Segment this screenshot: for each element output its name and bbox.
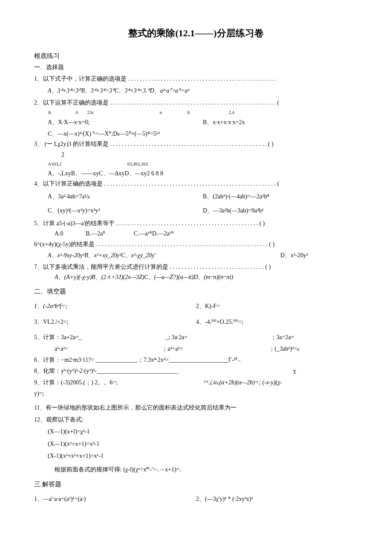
fill-1: 1、(-2α²b³f=; (34, 302, 196, 311)
fill-5-f: ；(_3ab²)²=₀ (269, 344, 358, 354)
fill-11: 11、有一块绿地的形状如右上图所示，那么它的面积表达式经化简后结果为一 (34, 403, 358, 413)
q2-sup-line: A 4 23c n 3| 2,4 (48, 109, 358, 116)
fill-9-tail: y)=; (34, 389, 358, 398)
q6-stem: 6^(x+4y)(χ-5y)的结果是 . . . . . . . . . . .… (34, 240, 358, 249)
q1-options: A、3⁴+3⁴=3⁸B、3⁴×3⁴=3⁸C、3⁴×3⁴=3.⁶D、a³·a⁷÷a… (48, 86, 358, 96)
q4-stem: 4、以下计算正确的选项是 . . . . . . . . . . . . . .… (34, 179, 358, 189)
section1-heading: 一、选择题 (34, 63, 358, 72)
q4-opt-d: D、—3a²b(—3ab)=9a³b² (203, 206, 358, 215)
fill-5-b: _; 3a·2a= (165, 333, 270, 342)
q6-option-d: D、x²-20y² (280, 251, 358, 260)
fill-5-a: 5、计算：3a+2a=_ (34, 333, 165, 342)
fill-12-b: (X—1)(x²+x+1)=x³-1 (48, 439, 358, 449)
q4-opt-b: B、(2ab³)·(—4ab)=—2a²b⁴ (203, 192, 358, 201)
q2-stem: 2、以下运算不正确的选项是 . . . . . . . . . . . . . … (34, 98, 358, 108)
q2-opt-b: B、x·x+x·x·x=2x (203, 118, 358, 127)
ans-1: 1、—a'·a·a÷(a²)¹÷(a·) (34, 494, 196, 504)
q3-options: A、-,LxyB、——xyC、—ΔxyD、—xy2 6 8 8 (48, 169, 358, 178)
q5-options: A.0 B.—2a⁸ C.—a¹⁶D.—2a¹⁶ (55, 229, 358, 238)
section3-heading: 三.解答题 (34, 479, 358, 489)
ans-2: 2、(—3χ'y)³ * (·2xy³z)² (196, 494, 358, 504)
page-title: 整式的乘除(12.1——)分层练习卷 (34, 26, 358, 41)
q3-stem: 3、 (一 Lχ2y)3 的计算结果是 . . . . . . . . . . … (34, 139, 358, 149)
fill-5-e: ；a³÷a²= (161, 344, 268, 354)
fill-12-head: 12、观察以下各式: (34, 415, 358, 424)
q7-options: A、(A+y)(-χ-y)B、(2∧+3J)(2x—3Z)C、(—a—Z?)(a… (55, 273, 358, 282)
fill-3: 3、VL2./+2=; (34, 317, 196, 327)
q1-stem: 1、以下式子中，计算正确的选项是 . . . . . . . . . . . .… (34, 74, 358, 84)
fill-12-rule: 根据前面各式的规律可得: (χ-l)(χⁿ÷xᴹ-'÷·.→x+1)=. (55, 465, 358, 474)
q6-options-abc: A、x²-9xy-20y²B、x²+xy_20y²C、x²-χy_20y' (48, 251, 280, 260)
q4-opt-c: C、(xy)³(—x²y)=x³y³ (48, 206, 203, 215)
fill-6: 6、计算：−m2·m3·11?= ______________；7.3x⁴·2x… (34, 355, 358, 365)
q3-sup-line: Λ163,1 63,J63,163 (48, 160, 358, 168)
fill-12-a: (X—1)(x+l)=χ²-1 (48, 427, 358, 436)
section2-heading: 二、填空题 (34, 286, 358, 296)
fill-5-d: a³·a²= (55, 344, 161, 354)
fill-8-right: y (293, 366, 358, 376)
fill-9-right: ²ˣ⊥io,(α+2b)(α—2b)=; (-x-y)(χ- (204, 378, 358, 387)
q3-frac: 2 (61, 150, 358, 160)
fill-2: 2、K)-F= (196, 302, 358, 311)
q5-stem: 5、计算 a5·(-a)3—a'的结果等于 . . . . . . . . . … (34, 219, 358, 228)
q2-opt-a: A、X·X—x·x=0; (48, 118, 203, 127)
q7-stem: 7、以下多项式乘法，能用平方差公式进行计算的是 . . . . . . . . … (34, 262, 358, 272)
root-section-heading: 根底练习 (34, 51, 358, 61)
fill-8-left: 8、化简：y³·(y³)²-2·(y³)³-__________________… (34, 366, 293, 376)
fill-4: 4、-4.⁰⁰×O.25.⁰⁰=; (196, 317, 358, 327)
fill-12-c: (X-1)(x³+x²+x+1)=x¹-1 (48, 451, 358, 461)
q2-opt-cd: C、—x(—x)³·(X) ⁵=—X⁹;Ds—5⁸×(—5)⁴=5¹² (48, 129, 358, 139)
fill-5-c: ；3a÷2a= (271, 333, 358, 342)
q4-opt-a: A、3a²·4ab=7a¹⁄₈ (48, 192, 203, 201)
fill-9-left: 9、计算：(-3)2005.(；) 2。。6=; (34, 378, 204, 387)
